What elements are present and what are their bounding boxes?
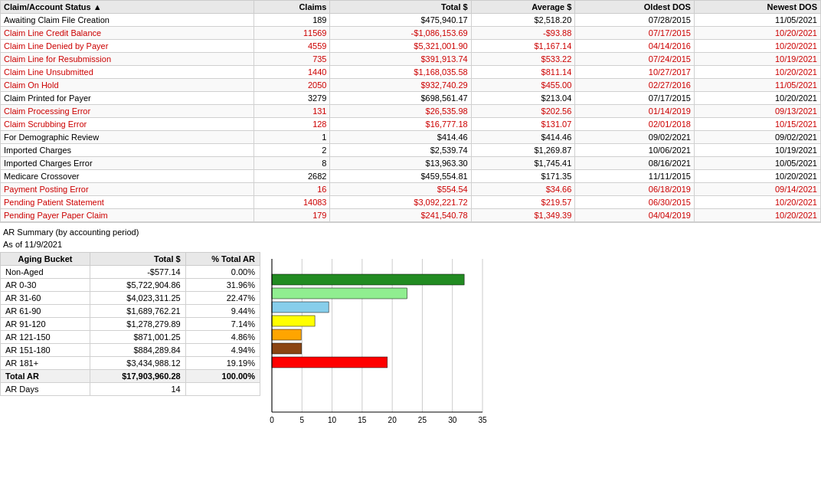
chart-bar xyxy=(272,288,407,299)
ar-table-row: AR 121-150$871,001.254.86% xyxy=(1,331,260,344)
chart-bar xyxy=(272,302,329,313)
col-header-total[interactable]: Total $ xyxy=(330,1,471,14)
ar-col-bucket[interactable]: Aging Bucket xyxy=(1,253,90,266)
table-row[interactable]: Claim Scrubbing Error128$16,777.18$131.0… xyxy=(1,118,821,131)
table-row[interactable]: Pending Patient Statement14083$3,092,221… xyxy=(1,196,821,209)
col-header-oldest[interactable]: Oldest DOS xyxy=(575,1,695,14)
chart-bar xyxy=(272,357,388,368)
svg-text:15: 15 xyxy=(358,416,367,424)
ar-table-row: AR 0-30$5,722,904.8631.96% xyxy=(1,279,260,292)
svg-text:10: 10 xyxy=(328,416,337,424)
col-header-claims[interactable]: Claims xyxy=(253,1,330,14)
table-row[interactable]: Imported Charges Error8$13,963.30$1,745.… xyxy=(1,157,821,170)
ar-table-row: AR 31-60$4,023,311.2522.47% xyxy=(1,292,260,305)
main-container: Claim/Account Status ▲ Claims Total $ Av… xyxy=(0,0,821,504)
table-row[interactable]: Claim Processing Error131$26,535.98$202.… xyxy=(1,105,821,118)
ar-summary-title: AR Summary (by accounting period) xyxy=(0,226,821,238)
ar-col-total[interactable]: Total $ xyxy=(90,253,185,266)
svg-text:30: 30 xyxy=(448,416,457,424)
claims-table: Claim/Account Status ▲ Claims Total $ Av… xyxy=(0,0,821,222)
ar-table-row: Non-Aged-$577.140.00% xyxy=(1,266,260,279)
ar-table-row: AR 151-180$884,289.844.94% xyxy=(1,344,260,357)
chart-bar xyxy=(272,274,464,285)
table-row[interactable]: For Demographic Review1$414.46$414.4609/… xyxy=(1,131,821,144)
ar-col-pct[interactable]: % Total AR xyxy=(185,253,260,266)
table-row[interactable]: Claim Printed for Payer3279$698,561.47$2… xyxy=(1,92,821,105)
svg-text:0: 0 xyxy=(270,416,274,424)
svg-text:5: 5 xyxy=(300,416,305,424)
ar-table-row: Total AR$17,903,960.28100.00% xyxy=(1,370,260,383)
as-of-date: As of 11/9/2021 xyxy=(0,238,821,250)
table-row[interactable]: Imported Charges2$2,539.74$1,269.8710/06… xyxy=(1,144,821,157)
top-section: Claim/Account Status ▲ Claims Total $ Av… xyxy=(0,0,821,223)
ar-table-wrapper: Aging Bucket Total $ % Total AR Non-Aged… xyxy=(0,252,260,431)
table-row[interactable]: Awaiting Claim File Creation189$475,940.… xyxy=(1,14,821,27)
ar-table-row: AR 181+$3,434,988.1219.19% xyxy=(1,357,260,370)
ar-table: Aging Bucket Total $ % Total AR Non-Aged… xyxy=(0,252,260,396)
svg-text:35: 35 xyxy=(478,416,487,424)
table-row[interactable]: Pending Payer Paper Claim179$241,540.78$… xyxy=(1,209,821,222)
col-header-average[interactable]: Average $ xyxy=(471,1,575,14)
table-row[interactable]: Claim Line Unsubmitted1440$1,168,035.58$… xyxy=(1,66,821,79)
bottom-section: AR Summary (by accounting period) As of … xyxy=(0,223,821,504)
ar-table-row: AR 91-120$1,278,279.897.14% xyxy=(1,318,260,331)
table-row[interactable]: Payment Posting Error16$554.54$34.6606/1… xyxy=(1,183,821,196)
claims-scroll-area[interactable]: Claim/Account Status ▲ Claims Total $ Av… xyxy=(0,0,821,222)
svg-text:25: 25 xyxy=(418,416,427,424)
table-row[interactable]: Medicare Crossover2682$459,554.81$171.35… xyxy=(1,170,821,183)
ar-chart-wrapper: 05101520253035 xyxy=(260,252,821,431)
ar-chart: 05101520253035 xyxy=(268,255,498,431)
chart-bar xyxy=(272,316,315,326)
table-row[interactable]: Claim Line for Resubmission735$391,913.7… xyxy=(1,53,821,66)
col-header-status[interactable]: Claim/Account Status ▲ xyxy=(1,1,254,14)
svg-text:20: 20 xyxy=(388,416,397,424)
ar-table-row: AR Days14 xyxy=(1,383,260,396)
ar-table-row: AR 61-90$1,689,762.219.44% xyxy=(1,305,260,318)
table-row[interactable]: Claim Line Credit Balance11569-$1,086,15… xyxy=(1,27,821,40)
table-row[interactable]: Claim Line Denied by Payer4559$5,321,001… xyxy=(1,40,821,53)
col-header-newest[interactable]: Newest DOS xyxy=(694,1,820,14)
chart-bar xyxy=(272,329,301,340)
ar-content: Aging Bucket Total $ % Total AR Non-Aged… xyxy=(0,250,821,433)
table-row[interactable]: Claim On Hold2050$932,740.29$455.0002/27… xyxy=(1,79,821,92)
chart-bar xyxy=(272,343,302,354)
